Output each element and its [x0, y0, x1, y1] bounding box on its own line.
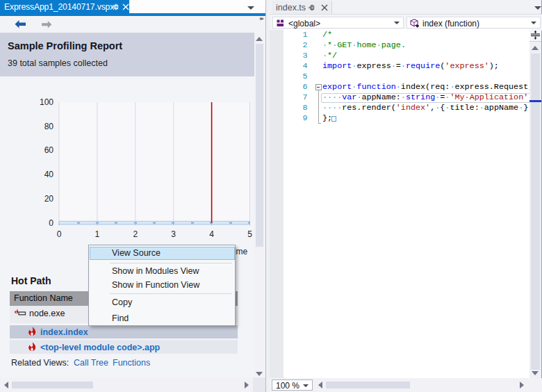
svg-text:60: 60 — [44, 145, 54, 155]
svg-text:5: 5 — [247, 229, 252, 239]
svg-text:20: 20 — [44, 194, 54, 204]
svg-text:3: 3 — [171, 229, 176, 239]
svg-text:4: 4 — [209, 229, 214, 239]
svg-text:1: 1 — [95, 229, 100, 239]
svg-text:0: 0 — [57, 229, 62, 239]
svg-text:40: 40 — [44, 170, 54, 179]
svg-text:0: 0 — [49, 218, 54, 228]
svg-text:100: 100 — [40, 97, 54, 107]
svg-text:2: 2 — [133, 229, 138, 239]
svg-text:80: 80 — [44, 122, 54, 131]
